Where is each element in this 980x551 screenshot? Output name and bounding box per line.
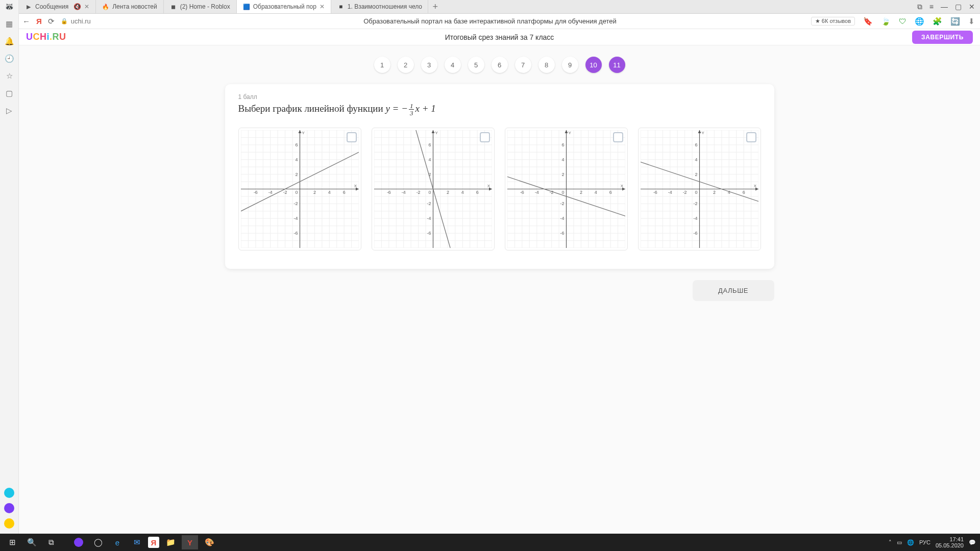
- svg-text:-2: -2: [283, 190, 287, 195]
- finish-button[interactable]: ЗАВЕРШИТЬ: [912, 31, 973, 44]
- new-tab-button[interactable]: +: [428, 0, 443, 13]
- svg-text:6: 6: [609, 190, 611, 195]
- svg-text:4: 4: [428, 157, 431, 162]
- taskbar-cortana-icon[interactable]: ◯: [90, 535, 106, 549]
- pager-item[interactable]: 6: [492, 57, 508, 73]
- page-viewport: UCHi.RU Итоговый срез знаний за 7 класс …: [19, 29, 980, 534]
- tray-language[interactable]: РУС: [919, 539, 930, 545]
- app-icon[interactable]: 🦝: [5, 2, 14, 11]
- site-logo[interactable]: UCHi.RU: [26, 32, 66, 42]
- browser-tab[interactable]: ◼ (2) Home - Roblox: [164, 0, 237, 13]
- pager-item[interactable]: 1: [374, 57, 390, 73]
- choice-checkbox[interactable]: [746, 132, 756, 142]
- tab-close-icon[interactable]: ✕: [84, 3, 89, 10]
- bell-icon[interactable]: 🔔: [5, 37, 14, 46]
- apps-grid-icon[interactable]: ▦: [6, 19, 13, 29]
- svg-text:6: 6: [342, 190, 345, 195]
- reviews-badge[interactable]: ★ 6К отзывов: [811, 17, 855, 26]
- svg-text:-4: -4: [427, 216, 431, 221]
- shield-icon[interactable]: 🛡: [899, 17, 906, 26]
- choice-checkbox[interactable]: [613, 132, 623, 142]
- task-view-button[interactable]: ⧉: [43, 535, 59, 549]
- reload-button[interactable]: ⟳: [48, 17, 55, 26]
- svg-text:6: 6: [476, 190, 478, 195]
- pager-item[interactable]: 4: [445, 57, 461, 73]
- bookmark-icon[interactable]: 🔖: [863, 17, 873, 26]
- tray-network-icon[interactable]: 🌐: [907, 539, 914, 546]
- answer-choice[interactable]: XY-6-6-4-4-2-22244660: [238, 128, 361, 251]
- svg-text:4: 4: [295, 157, 298, 162]
- sidebar-app-1-icon[interactable]: [4, 488, 14, 498]
- svg-text:6: 6: [428, 142, 431, 147]
- browser-tab[interactable]: ▶ Сообщения🔇✕: [19, 0, 96, 13]
- svg-text:-4: -4: [401, 190, 405, 195]
- svg-text:2: 2: [695, 172, 697, 177]
- answer-choice[interactable]: XY-6-6-4-4-2-22244660: [638, 128, 761, 251]
- pager-item[interactable]: 11: [609, 57, 625, 73]
- titlebar-controls: ⧉ ≡ — ▢ ✕: [912, 0, 980, 13]
- minimize-button[interactable]: —: [941, 3, 948, 11]
- tray-clock[interactable]: 17:4105.05.2020: [936, 536, 964, 548]
- taskbar-explorer-icon[interactable]: 📁: [162, 535, 179, 549]
- collections-icon[interactable]: ▢: [6, 89, 13, 98]
- play-icon[interactable]: ▷: [6, 106, 12, 115]
- tab-label: (2) Home - Roblox: [180, 3, 230, 10]
- yandex-home-icon[interactable]: Я: [36, 17, 42, 26]
- svg-text:-2: -2: [427, 201, 431, 206]
- alice-icon[interactable]: [4, 518, 14, 529]
- globe-icon[interactable]: 🌐: [915, 17, 924, 26]
- answer-choice[interactable]: XY-6-6-4-4-2-22244660: [505, 128, 628, 251]
- tab-close-icon[interactable]: ✕: [320, 3, 325, 10]
- pager-item[interactable]: 9: [562, 57, 578, 73]
- url-box[interactable]: 🔒 uchi.ru: [61, 17, 91, 25]
- pager-item[interactable]: 3: [421, 57, 437, 73]
- browser-tab[interactable]: 🟦 Образовательный пор✕: [237, 0, 331, 13]
- svg-text:-6: -6: [386, 190, 390, 195]
- svg-text:6: 6: [561, 142, 564, 147]
- taskbar-mail-icon[interactable]: ✉: [129, 535, 145, 549]
- answer-choice[interactable]: XY-6-6-4-4-2-22244660: [372, 128, 495, 251]
- tray-tablet-icon[interactable]: ▭: [897, 539, 902, 546]
- extension-2-icon[interactable]: 🔄: [950, 17, 960, 26]
- pager-item[interactable]: 2: [398, 57, 414, 73]
- browser-tab[interactable]: 🔥 Лента новостей: [96, 0, 164, 13]
- question-text: Выбери график линейной функции y = −13x …: [238, 103, 761, 116]
- back-button[interactable]: ←: [22, 17, 30, 26]
- choice-checkbox[interactable]: [480, 132, 490, 142]
- next-button[interactable]: ДАЛЬШЕ: [693, 280, 774, 301]
- svg-text:0: 0: [295, 190, 298, 195]
- answer-choices: XY-6-6-4-4-2-22244660XY-6-6-4-4-2-222446…: [238, 128, 761, 251]
- taskbar-app-icon[interactable]: Я: [148, 537, 159, 548]
- start-button[interactable]: ⊞: [4, 535, 20, 549]
- search-button[interactable]: 🔍: [23, 535, 40, 549]
- choice-checkbox[interactable]: [347, 132, 357, 142]
- browser-tab[interactable]: ◾ 1. Взаимоотношения чело: [331, 0, 428, 13]
- taskbar-edge-icon[interactable]: e: [109, 535, 126, 549]
- pager-item[interactable]: 7: [515, 57, 531, 73]
- pager-item[interactable]: 5: [468, 57, 484, 73]
- taskbar-browser-icon[interactable]: Y: [182, 535, 198, 549]
- menu-icon[interactable]: ≡: [929, 3, 934, 11]
- tray-overflow-icon[interactable]: ˄: [889, 539, 892, 546]
- pager-item[interactable]: 10: [585, 57, 602, 73]
- svg-text:0: 0: [561, 190, 564, 195]
- close-window-button[interactable]: ✕: [969, 3, 975, 11]
- tab-favicon: 🔥: [102, 3, 109, 10]
- maximize-button[interactable]: ▢: [955, 3, 962, 11]
- svg-text:2: 2: [295, 172, 298, 177]
- extension-1-icon[interactable]: 🧩: [933, 17, 942, 26]
- mute-icon[interactable]: 🔇: [74, 3, 81, 10]
- tray-notifications-icon[interactable]: 💬: [969, 539, 976, 546]
- sidebar-app-2-icon[interactable]: [4, 503, 14, 513]
- star-icon[interactable]: ☆: [6, 71, 13, 81]
- svg-text:6: 6: [695, 142, 697, 147]
- history-icon[interactable]: 🕘: [5, 54, 14, 63]
- taskbar-app2-icon[interactable]: 🎨: [201, 535, 217, 549]
- quiz-title: Итоговый срез знаний за 7 класс: [445, 33, 554, 41]
- taskbar-yandex-disk-icon[interactable]: [70, 535, 87, 549]
- leaf-icon[interactable]: 🍃: [881, 17, 891, 26]
- downloads-icon[interactable]: ⬇: [968, 17, 975, 26]
- tab-favicon: ◼: [170, 3, 177, 10]
- pager-item[interactable]: 8: [538, 57, 555, 73]
- pip-icon[interactable]: ⧉: [917, 3, 922, 11]
